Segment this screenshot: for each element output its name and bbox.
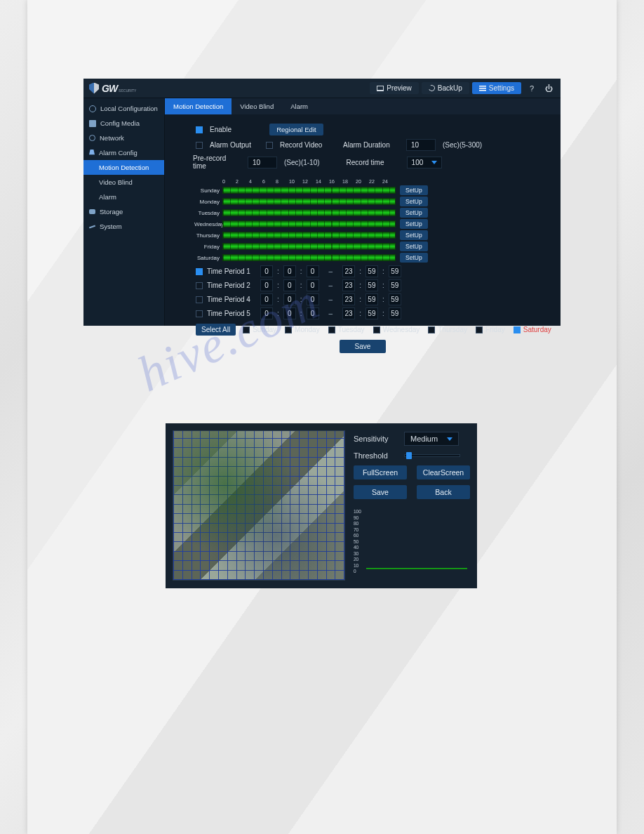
prerecord-input[interactable] xyxy=(248,157,277,168)
tp-h1[interactable] xyxy=(260,293,273,305)
regional-edit-button[interactable]: Regional Edit xyxy=(269,124,323,135)
schedule-bar[interactable] xyxy=(222,209,396,216)
day-label: Monday xyxy=(295,326,320,333)
tp-h2[interactable] xyxy=(342,293,355,305)
day-check[interactable] xyxy=(243,326,250,333)
chevron-down-icon xyxy=(447,437,452,441)
help-button[interactable]: ? xyxy=(525,82,538,95)
tp-h1[interactable] xyxy=(260,279,273,291)
sidebar-item-alarm[interactable]: Alarm xyxy=(83,190,164,204)
alarm-duration-input[interactable] xyxy=(406,139,436,151)
backup-button[interactable]: BackUp xyxy=(422,82,469,94)
tp-m1[interactable] xyxy=(283,279,296,291)
schedule-setup-button[interactable]: SetUp xyxy=(400,253,428,263)
schedule-bar[interactable] xyxy=(222,220,396,227)
tp-m2[interactable] xyxy=(365,279,378,291)
tp-m2[interactable] xyxy=(365,307,378,319)
schedule-setup-button[interactable]: SetUp xyxy=(400,208,428,218)
sidebar-item-label: Local Configuration xyxy=(100,105,158,112)
sensitivity-select[interactable]: Medium xyxy=(404,432,459,446)
tab-motion-detection[interactable]: Motion Detection xyxy=(165,98,232,114)
tp-h1[interactable] xyxy=(260,307,273,319)
schedule-setup-button[interactable]: SetUp xyxy=(400,185,428,195)
enable-checkbox[interactable] xyxy=(196,126,203,133)
day-checkbox-tuesday[interactable]: Tuesday xyxy=(328,326,365,333)
tab-video-blind[interactable]: Video Blind xyxy=(232,98,282,114)
schedule-bar[interactable] xyxy=(222,254,396,261)
day-checkbox-saturday[interactable]: Saturday xyxy=(514,326,551,333)
schedule-setup-button[interactable]: SetUp xyxy=(400,219,428,229)
alarm-output-label: Alarm Output xyxy=(210,141,259,149)
tp-h2[interactable] xyxy=(342,279,355,291)
day-check[interactable] xyxy=(328,326,335,333)
schedule-bar[interactable] xyxy=(222,232,396,239)
region-preview[interactable] xyxy=(173,430,345,581)
tp-s1[interactable] xyxy=(307,279,319,291)
region-back-button[interactable]: Back xyxy=(417,485,470,499)
day-check[interactable] xyxy=(373,326,380,333)
day-checkbox-wednesday[interactable]: Wednesday xyxy=(373,326,420,333)
schedule-bar[interactable] xyxy=(222,198,396,205)
sidebar-item-motion-detection[interactable]: Motion Detection xyxy=(83,160,164,175)
sidebar-item-label: Config Media xyxy=(100,119,140,127)
tab-alarm[interactable]: Alarm xyxy=(282,98,316,114)
tp-m1[interactable] xyxy=(283,265,296,277)
select-all-button[interactable]: Select All xyxy=(196,324,236,336)
time-period-checkbox[interactable] xyxy=(196,282,203,289)
clearscreen-button[interactable]: ClearScreen xyxy=(417,465,470,479)
day-checkbox-thursday[interactable]: Thursday xyxy=(428,326,467,333)
record-video-checkbox[interactable] xyxy=(266,142,273,149)
hour-tick: 12 xyxy=(302,179,316,184)
day-checkbox-monday[interactable]: Monday xyxy=(285,326,320,333)
slider-thumb[interactable] xyxy=(406,452,412,459)
time-period-checkbox[interactable] xyxy=(196,268,203,275)
tp-m2[interactable] xyxy=(365,293,378,305)
schedule-bar[interactable] xyxy=(222,243,396,250)
time-period-checkbox[interactable] xyxy=(196,310,203,317)
schedule-bar[interactable] xyxy=(222,187,396,194)
schedule-day-label: Sunday xyxy=(194,187,222,194)
sidebar-item-network[interactable]: Network xyxy=(83,131,164,145)
tp-s2[interactable] xyxy=(389,265,401,277)
tp-s2[interactable] xyxy=(389,293,401,305)
sidebar-item-storage[interactable]: Storage xyxy=(83,204,164,219)
settings-button[interactable]: Settings xyxy=(472,82,521,94)
sidebar-item-config-media[interactable]: Config Media xyxy=(83,116,164,131)
tp-s2[interactable] xyxy=(389,307,401,319)
tp-h1[interactable] xyxy=(260,265,273,277)
save-button[interactable]: Save xyxy=(340,340,387,353)
schedule-setup-button[interactable]: SetUp xyxy=(400,197,428,206)
record-time-select[interactable]: 100 xyxy=(407,157,442,168)
fullscreen-button[interactable]: FullScreen xyxy=(354,465,407,479)
sidebar-item-system[interactable]: System xyxy=(83,219,164,234)
tp-h2[interactable] xyxy=(342,307,355,319)
schedule-setup-button[interactable]: SetUp xyxy=(400,230,428,240)
time-period-checkbox[interactable] xyxy=(196,296,203,303)
day-check[interactable] xyxy=(514,326,521,333)
tp-m2[interactable] xyxy=(365,265,378,277)
tp-s1[interactable] xyxy=(307,265,319,277)
schedule-setup-button[interactable]: SetUp xyxy=(400,241,428,251)
schedule-row: MondaySetUp xyxy=(194,197,561,206)
day-checkbox-sunday[interactable]: Sunday xyxy=(243,326,276,333)
tp-s1[interactable] xyxy=(307,307,319,319)
tp-h2[interactable] xyxy=(342,265,355,277)
sidebar-item-video-blind[interactable]: Video Blind xyxy=(83,175,164,190)
sidebar-item-local-config[interactable]: Local Configuration xyxy=(83,101,164,116)
tp-m1[interactable] xyxy=(283,293,296,305)
day-check[interactable] xyxy=(476,326,483,333)
sidebar-item-alarm-config[interactable]: Alarm Config xyxy=(83,145,164,160)
power-button[interactable]: ⏻ xyxy=(542,82,555,95)
alarm-output-checkbox[interactable] xyxy=(196,142,203,149)
day-check[interactable] xyxy=(428,326,435,333)
tp-s2[interactable] xyxy=(389,279,401,291)
region-save-button[interactable]: Save xyxy=(354,485,407,499)
sidebar-item-label: Alarm Config xyxy=(99,149,137,157)
day-checkbox-friday[interactable]: Friday xyxy=(476,326,505,333)
threshold-slider[interactable] xyxy=(404,454,460,457)
preview-button[interactable]: Preview xyxy=(370,82,419,94)
tp-m1[interactable] xyxy=(283,307,296,319)
tp-s1[interactable] xyxy=(307,293,319,305)
scale-tick: 50 xyxy=(354,539,361,544)
day-check[interactable] xyxy=(285,326,292,333)
